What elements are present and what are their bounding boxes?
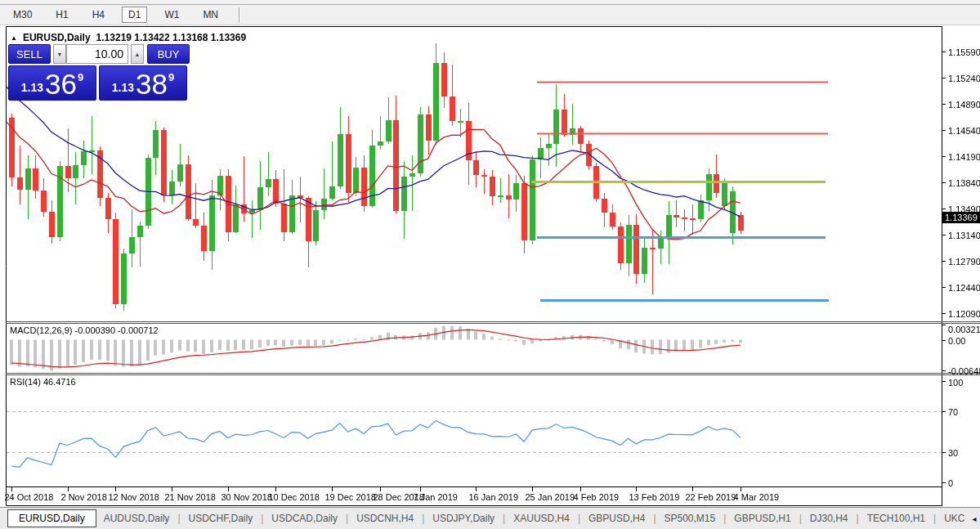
symbol-title-label: EURUSD,Daily <box>23 32 91 43</box>
symbol-tabbar: EURUSD,DailyAUDUSD,Daily|USDCHF,Daily|US… <box>0 507 980 529</box>
tab-XAUUSD-H4[interactable]: XAUUSD,H4 <box>506 509 577 527</box>
tab-scroll-left-icon[interactable]: ◂ <box>972 514 976 523</box>
volume-increase-button[interactable]: ▲ <box>131 44 144 64</box>
buy-price-box[interactable]: 1.13 38 9 <box>99 65 187 101</box>
one-click-trade-panel: SELL ▼ 10.00 ▲ BUY 1.13 36 9 1.13 38 9 <box>8 44 190 101</box>
timeframe-button-H1[interactable]: H1 <box>49 7 74 23</box>
tab-separator: | <box>177 513 180 524</box>
chart-title: ▲ EURUSD,Daily 1.13219 1.13422 1.13168 1… <box>11 32 246 43</box>
buy-button[interactable]: BUY <box>147 44 190 64</box>
tab-USDCAD-Daily[interactable]: USDCAD,Daily <box>264 509 345 527</box>
tab-USDCNH-H4[interactable]: USDCNH,H4 <box>349 509 421 527</box>
buy-price-sup: 9 <box>168 71 174 83</box>
timeframe-button-M30[interactable]: M30 <box>7 7 38 23</box>
tab-separator: | <box>933 513 936 524</box>
tab-separator: | <box>422 513 424 524</box>
sell-price-prefix: 1.13 <box>21 81 43 94</box>
tab-separator: | <box>653 513 656 524</box>
tab-scroll-arrows: ◂▸ <box>972 514 980 523</box>
ohlc-values: 1.13219 1.13422 1.13168 1.13369 <box>96 32 247 43</box>
tab-EURUSD-Daily[interactable]: EURUSD,Daily <box>7 509 96 527</box>
timeframe-button-D1[interactable]: D1 <box>122 7 147 23</box>
tab-DJ30-H4[interactable]: DJ30,H4 <box>803 509 856 527</box>
collapse-arrow-icon[interactable]: ▲ <box>11 34 17 42</box>
tab-separator: | <box>578 513 580 524</box>
volume-input[interactable]: 10.00 <box>66 44 128 64</box>
tab-separator: | <box>346 513 348 524</box>
timeframe-button-W1[interactable]: W1 <box>158 7 186 23</box>
tab-AUDUSD-Daily[interactable]: AUDUSD,Daily <box>96 509 177 527</box>
tab-separator: | <box>261 513 263 524</box>
rsi-indicator-label: RSI(14) 46.4716 <box>10 377 76 387</box>
tab-GBPUSD-H4[interactable]: GBPUSD,H4 <box>581 509 652 527</box>
tab-UKC[interactable]: UKC <box>937 509 972 527</box>
tab-separator: | <box>857 513 859 524</box>
tab-TECH100-H1[interactable]: TECH100,H1 <box>860 509 933 527</box>
tab-separator: | <box>799 513 802 524</box>
tab-separator: | <box>503 513 505 524</box>
sell-button[interactable]: SELL <box>8 44 51 64</box>
tab-GBPUSD-H1[interactable]: GBPUSD,H1 <box>727 509 798 527</box>
timeframe-toolbar: M30H1H4D1W1MN <box>0 5 980 25</box>
tab-separator: | <box>723 513 726 524</box>
tab-SP500-M15[interactable]: SP500,M15 <box>657 509 723 527</box>
buy-price-prefix: 1.13 <box>112 81 134 94</box>
tab-USDJPY-Daily[interactable]: USDJPY,Daily <box>425 509 502 527</box>
sell-price-box[interactable]: 1.13 36 9 <box>8 65 96 101</box>
sell-price-big: 36 <box>45 68 77 101</box>
timeframe-button-H4[interactable]: H4 <box>86 7 111 23</box>
volume-decrease-button[interactable]: ▼ <box>53 44 66 64</box>
toolbar-separator <box>239 7 241 22</box>
timeframe-button-MN[interactable]: MN <box>196 7 225 23</box>
sell-price-sup: 9 <box>78 71 83 83</box>
macd-indicator-label: MACD(12,26,9) -0.000390 -0.000712 <box>10 325 159 335</box>
buy-price-big: 38 <box>136 68 168 101</box>
tab-USDCHF-Daily[interactable]: USDCHF,Daily <box>181 509 261 527</box>
